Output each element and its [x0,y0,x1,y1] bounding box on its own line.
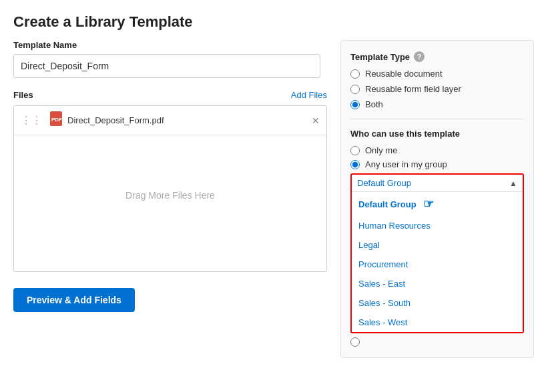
group-dropdown-list: Default Group ☞ Human Resources Legal Pr… [352,192,523,332]
template-type-option-reusable-form: Reusable form field layer [350,84,524,94]
file-row: ⋮⋮ PDF Direct_Deposit_Form.pdf ✕ [14,106,326,135]
template-type-section-title: Template Type ? [350,51,524,62]
dropdown-item-human-resources[interactable]: Human Resources [352,216,523,235]
page-title: Create a Library Template [13,13,541,31]
dropdown-item-label: Sales - West [358,317,407,327]
who-use-option-only-me: Only me [350,145,524,155]
files-label: Files [13,90,33,100]
group-dropdown-wrapper: Default Group ▲ Default Group ☞ Human Re… [350,173,524,333]
add-files-link[interactable]: Add Files [291,90,327,100]
files-header: Files Add Files [13,90,327,100]
dropdown-item-legal[interactable]: Legal [352,235,523,255]
dropdown-item-label: Procurement [358,259,408,269]
dropdown-item-default-group[interactable]: Default Group ☞ [352,192,523,216]
dropdown-arrow-icon: ▲ [509,179,517,188]
drag-handle-icon[interactable]: ⋮⋮ [21,114,42,127]
template-type-label-both: Both [365,99,383,109]
who-use-radio-only-me[interactable] [350,146,360,155]
dropdown-item-sales-west[interactable]: Sales - West [352,313,523,332]
dropdown-item-label: Sales - South [358,298,410,308]
who-use-option-any-user: Any user in my group [350,159,524,169]
who-use-option-other [350,337,524,347]
who-use-label-any-user: Any user in my group [365,159,447,169]
who-use-label-only-me: Only me [365,145,397,155]
dropdown-item-label: Legal [358,240,380,250]
dropdown-item-label: Default Group [358,199,417,209]
template-type-radio-reusable-doc[interactable] [350,69,360,79]
file-remove-button[interactable]: ✕ [312,115,320,126]
template-type-label: Template Type [350,52,410,62]
drag-zone: Drag More Files Here [14,135,326,255]
template-type-radio-reusable-form[interactable] [350,85,360,94]
who-use-radio-other[interactable] [350,337,360,347]
template-type-option-reusable-doc: Reusable document [350,69,524,79]
dropdown-item-sales-south[interactable]: Sales - South [352,293,523,313]
right-panel: Template Type ? Reusable document Reusab… [340,40,534,358]
main-card: Create a Library Template Template Name … [0,0,554,392]
template-name-label: Template Name [13,40,327,50]
panels-wrapper: Template Name Files Add Files ⋮⋮ PDF Dir… [13,40,541,358]
who-can-use-label: Who can use this template [350,129,524,139]
divider [350,119,524,119]
group-dropdown-header[interactable]: Default Group ▲ [352,175,523,192]
dropdown-item-label: Human Resources [358,221,431,231]
template-name-input[interactable] [13,54,320,78]
drag-zone-text: Drag More Files Here [125,190,215,201]
pdf-icon: PDF [50,111,62,129]
help-icon[interactable]: ? [414,51,425,62]
dropdown-item-sales-east[interactable]: Sales - East [352,274,523,293]
preview-add-fields-button[interactable]: Preview & Add Fields [13,288,135,312]
svg-text:PDF: PDF [51,117,62,123]
dropdown-item-procurement[interactable]: Procurement [352,255,523,274]
template-type-label-reusable-doc: Reusable document [365,69,443,79]
files-box: ⋮⋮ PDF Direct_Deposit_Form.pdf ✕ Drag Mo… [13,105,327,272]
dropdown-item-label: Sales - East [358,279,405,289]
file-name: Direct_Deposit_Form.pdf [67,115,306,125]
template-type-radio-both[interactable] [350,100,360,109]
left-panel: Template Name Files Add Files ⋮⋮ PDF Dir… [13,40,327,312]
who-use-radio-any-user[interactable] [350,160,360,169]
group-dropdown-selected: Default Group [357,178,411,188]
cursor-icon: ☞ [423,197,434,211]
template-type-option-both: Both [350,99,524,109]
template-type-label-reusable-form: Reusable form field layer [365,84,461,94]
